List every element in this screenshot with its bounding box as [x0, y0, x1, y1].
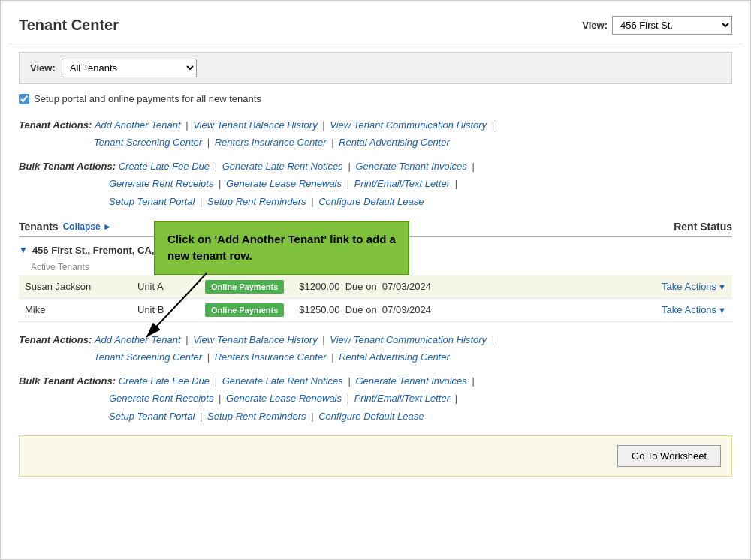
link-rental-advertising-top[interactable]: Rental Advertising Center — [339, 137, 450, 148]
tenant-actions-label-bottom: Tenant Actions: — [19, 334, 92, 345]
link-add-another-tenant-top[interactable]: Add Another Tenant — [95, 119, 181, 131]
portal-checkbox[interactable] — [19, 94, 29, 104]
link-generate-receipts-top[interactable]: Generate Rent Receipts — [109, 178, 213, 189]
take-actions-label-1: Take Actions — [662, 281, 716, 292]
link-print-email-bottom[interactable]: Print/Email/Text Letter — [354, 393, 450, 404]
collapse-label: Collapse — [63, 221, 101, 232]
link-setup-portal-bottom[interactable]: Setup Tenant Portal — [109, 411, 195, 422]
link-generate-invoices-bottom[interactable]: Generate Tenant Invoices — [355, 375, 466, 387]
collapse-arrow-icon: ► — [103, 221, 112, 232]
property-arrow-icon: ▼ — [19, 245, 28, 255]
link-generate-renewals-bottom[interactable]: Generate Lease Renewals — [226, 393, 342, 404]
link-view-balance-history-top[interactable]: View Tenant Balance History — [193, 119, 317, 131]
link-view-comm-history-top[interactable]: View Tenant Communication History — [330, 119, 487, 131]
bulk-actions-bottom: Bulk Tenant Actions: Create Late Fee Due… — [8, 369, 743, 428]
link-setup-reminders-top[interactable]: Setup Rent Reminders — [207, 196, 306, 207]
take-actions-2[interactable]: Take Actions ▼ — [662, 304, 726, 315]
tenants-header-left: Tenants Collapse ► — [19, 221, 112, 233]
bulk-actions-label-bottom: Bulk Tenant Actions: — [19, 375, 116, 387]
link-generate-invoices-top[interactable]: Generate Tenant Invoices — [355, 161, 466, 172]
link-generate-receipts-bottom[interactable]: Generate Rent Receipts — [109, 393, 213, 404]
collapse-link[interactable]: Collapse ► — [63, 221, 112, 232]
link-create-late-fee-bottom[interactable]: Create Late Fee Due — [119, 375, 210, 387]
view-bar: View: All Tenants Active Tenants Inactiv… — [19, 52, 732, 84]
take-actions-arrow-1: ▼ — [718, 282, 726, 291]
link-print-email-top[interactable]: Print/Email/Text Letter — [354, 178, 450, 189]
svg-line-1 — [146, 273, 207, 337]
page-title: Tenant Center — [19, 17, 119, 34]
take-actions-label-2: Take Actions — [662, 304, 716, 315]
link-setup-portal-top[interactable]: Setup Tenant Portal — [109, 196, 195, 207]
link-configure-lease-top[interactable]: Configure Default Lease — [318, 196, 424, 207]
outer-container: Tenant Center View: 456 First St. View: … — [0, 0, 751, 560]
link-renters-insurance-bottom[interactable]: Renters Insurance Center — [215, 351, 327, 363]
tooltip-arrow-svg — [124, 266, 214, 356]
link-generate-late-rent-top[interactable]: Generate Late Rent Notices — [222, 161, 343, 172]
take-actions-1[interactable]: Take Actions ▼ — [662, 281, 726, 292]
online-payments-btn-2[interactable]: Online Payments — [205, 303, 284, 317]
link-renters-insurance-top[interactable]: Renters Insurance Center — [215, 137, 327, 148]
tenant-rent-2: $1250.00 Due on 07/03/2024 — [291, 304, 654, 315]
tenants-section: Click on 'Add Another Tenant' link to ad… — [19, 221, 732, 322]
view-bar-select[interactable]: All Tenants Active Tenants Inactive Tena… — [62, 59, 197, 77]
tenants-header-right: Rent Status — [674, 221, 732, 233]
view-bar-label: View: — [30, 62, 56, 74]
link-rental-advertising-bottom[interactable]: Rental Advertising Center — [339, 351, 450, 363]
tenant-actions-label-top: Tenant Actions: — [19, 119, 92, 131]
link-generate-renewals-top[interactable]: Generate Lease Renewals — [226, 178, 342, 189]
link-tenant-screening-top[interactable]: Tenant Screening Center — [94, 137, 202, 148]
link-generate-late-rent-bottom[interactable]: Generate Late Rent Notices — [222, 375, 343, 387]
checkbox-label: Setup portal and online payments for all… — [34, 93, 261, 104]
footer-bar: Go To Worksheet — [19, 435, 732, 477]
tenant-name-2: Mike — [25, 304, 130, 315]
tenant-actions-bottom: Tenant Actions: Add Another Tenant | Vie… — [8, 328, 743, 369]
link-view-comm-history-bottom[interactable]: View Tenant Communication History — [330, 334, 487, 345]
bulk-actions-top: Bulk Tenant Actions: Create Late Fee Due… — [8, 155, 743, 213]
link-configure-lease-bottom[interactable]: Configure Default Lease — [318, 411, 424, 422]
tooltip-text: Click on 'Add Another Tenant' link to ad… — [167, 233, 396, 263]
header: Tenant Center View: 456 First St. — [8, 8, 743, 44]
tenants-label: Tenants — [19, 221, 59, 233]
checkbox-row: Setup portal and online payments for all… — [8, 93, 743, 113]
header-view-label: View: — [582, 20, 608, 31]
online-payments-btn-1[interactable]: Online Payments — [205, 280, 284, 294]
goto-worksheet-button[interactable]: Go To Worksheet — [617, 445, 721, 467]
take-actions-arrow-2: ▼ — [718, 306, 726, 315]
tenant-actions-top: Tenant Actions: Add Another Tenant | Vie… — [8, 113, 743, 155]
tenant-name-1: Susan Jackson — [25, 281, 130, 292]
header-view: View: 456 First St. — [582, 16, 732, 35]
link-create-late-fee-top[interactable]: Create Late Fee Due — [119, 161, 210, 172]
link-setup-reminders-bottom[interactable]: Setup Rent Reminders — [207, 411, 306, 422]
tenant-rent-1: $1200.00 Due on 07/03/2024 — [291, 281, 654, 292]
bulk-actions-label-top: Bulk Tenant Actions: — [19, 161, 116, 172]
header-view-select[interactable]: 456 First St. — [612, 16, 732, 35]
